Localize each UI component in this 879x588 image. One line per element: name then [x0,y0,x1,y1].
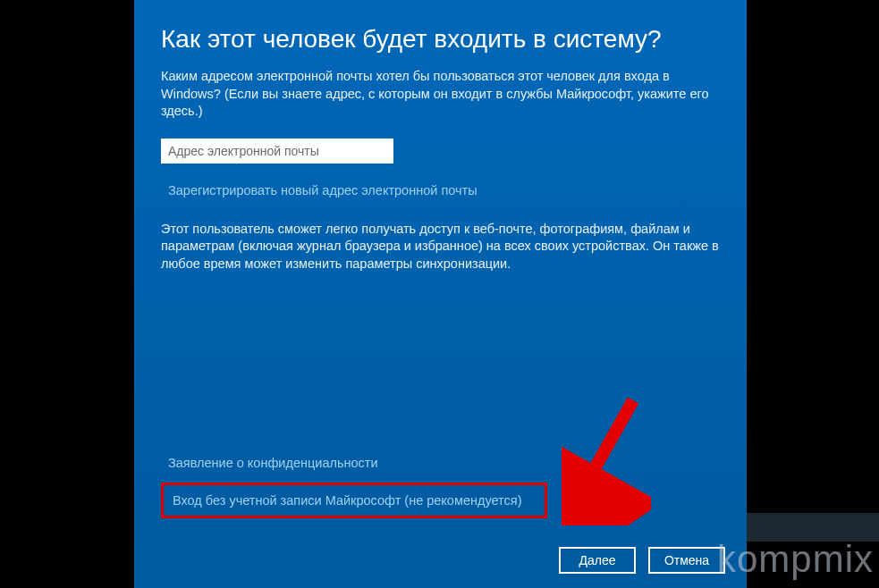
cancel-button[interactable]: Отмена [648,547,725,574]
page-title: Как этот человек будет входить в систему… [161,25,720,54]
register-new-email-link[interactable]: Зарегистрировать новый адрес электронной… [168,183,720,197]
button-row: Далее Отмена [559,547,725,574]
instruction-text: Каким адресом электронной почты хотел бы… [161,68,720,121]
next-button[interactable]: Далее [559,547,636,574]
highlight-box: Вход без учетной записи Майкрософт (не р… [161,483,547,518]
description-text: Этот пользователь сможет легко получать … [161,221,720,273]
upload-badge [747,513,879,542]
privacy-statement-link[interactable]: Заявление о конфиденциальности [168,456,547,470]
email-input[interactable] [161,139,393,164]
sign-in-without-microsoft-account-link[interactable]: Вход без учетной записи Майкрософт (не р… [173,493,522,508]
bottom-links: Заявление о конфиденциальности Вход без … [161,456,547,518]
add-user-dialog: Как этот человек будет входить в систему… [134,0,747,588]
